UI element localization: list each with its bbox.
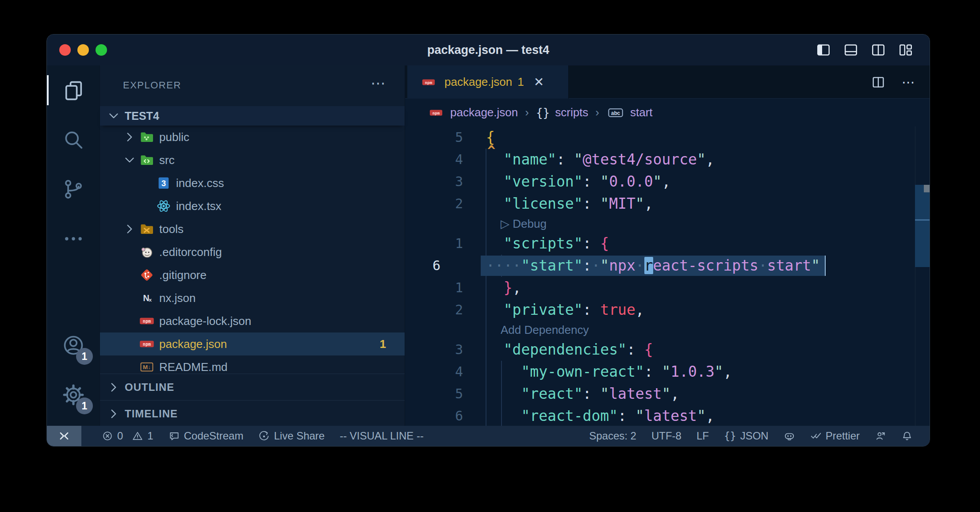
- explorer-more-actions-button[interactable]: ⋯: [371, 74, 387, 92]
- line-content: },: [486, 277, 521, 299]
- code-line-current[interactable]: 6····"start":·"npx·react-scripts·start": [405, 255, 930, 277]
- tab-dirty-badge: 1: [517, 75, 524, 89]
- breadcrumb-label: scripts: [555, 106, 588, 119]
- activity-accounts[interactable]: 1: [47, 321, 100, 370]
- status-label: Live Share: [274, 430, 325, 442]
- vscode-window: package.json — test4 11 EXPLORER ⋯ TEST4…: [46, 34, 930, 447]
- code-line[interactable]: 1 "scripts": {: [405, 233, 930, 255]
- status-notifications[interactable]: [901, 430, 913, 442]
- code-line[interactable]: 3 "dependencies": {: [405, 339, 930, 361]
- tree-item-readme-md[interactable]: M↓README.md: [100, 355, 405, 374]
- tree-item-src[interactable]: src: [100, 149, 405, 172]
- code-line[interactable]: 3 "version": "0.0.0",: [405, 171, 930, 193]
- line-number: 2: [405, 193, 486, 215]
- status-warning-count[interactable]: 1: [132, 430, 153, 442]
- chevron-spacer: [122, 336, 137, 352]
- status-encoding[interactable]: UTF-8: [651, 430, 681, 442]
- tree-item-index-css[interactable]: 3index.css: [100, 172, 405, 195]
- status-label: 0: [117, 430, 123, 442]
- codelens-link[interactable]: Add Dependency: [501, 323, 589, 336]
- tab-package-json[interactable]: npm package.json 1 ✕: [407, 65, 569, 99]
- toggle-sidebar-icon[interactable]: [815, 42, 831, 58]
- status-label: -- VISUAL LINE --: [340, 430, 424, 442]
- chevron-spacer: [139, 176, 154, 191]
- workbench: 11 EXPLORER ⋯ TEST4 publicsrc3index.cssi…: [47, 65, 930, 426]
- line-number: 2: [405, 299, 486, 321]
- code-line[interactable]: 6 "react-dom": "latest",: [405, 405, 930, 426]
- file-label: index.tsx: [176, 199, 222, 213]
- remote-indicator-button[interactable]: [47, 426, 81, 446]
- codelens-add-dependency: Add Dependency: [405, 321, 930, 339]
- status-indentation[interactable]: Spaces: 2: [589, 430, 636, 442]
- activity-settings[interactable]: 1: [47, 370, 100, 420]
- line-content: "react": "latest",: [486, 383, 679, 405]
- titlebar-layout-buttons: [815, 34, 914, 65]
- scrollbar-thumb[interactable]: [915, 185, 930, 267]
- activity-more[interactable]: [47, 214, 100, 264]
- close-tab-icon[interactable]: ✕: [534, 75, 544, 89]
- customize-layout-icon[interactable]: [898, 42, 914, 58]
- tree-item-package-json[interactable]: npmpackage.json1: [100, 332, 405, 355]
- line-content: "my-own-react": "1.0.3",: [486, 361, 732, 383]
- status-feedback[interactable]: [875, 430, 886, 442]
- status-label: LF: [697, 430, 709, 442]
- line-number: 6: [405, 255, 486, 277]
- file-label: src: [159, 153, 175, 167]
- codelens-link[interactable]: ▷ Debug: [501, 217, 547, 230]
- sidebar-panel-timeline[interactable]: TIMELINE: [100, 400, 405, 427]
- editor-more-actions-icon[interactable]: ⋯: [902, 74, 916, 90]
- activity-explorer[interactable]: [47, 65, 100, 115]
- code-line[interactable]: 5 "react": "latest",: [405, 383, 930, 405]
- tree-item--gitignore[interactable]: .gitignore: [100, 264, 405, 287]
- chevron-spacer: [122, 290, 137, 306]
- editor-scrollbar[interactable]: [915, 126, 930, 426]
- status-vim-mode[interactable]: -- VISUAL LINE --: [340, 430, 424, 442]
- breadcrumb-item-scripts[interactable]: {}scripts: [536, 106, 588, 119]
- split-editor-icon[interactable]: [871, 75, 886, 90]
- breadcrumb-item-package-json[interactable]: npmpackage.json: [427, 106, 518, 119]
- split-editor-layout-icon[interactable]: [870, 42, 886, 58]
- tree-item-nx-json[interactable]: Nxnx.json: [100, 287, 405, 309]
- code-line[interactable]: 2 "license": "MIT",: [405, 193, 930, 215]
- tree-item-tools[interactable]: tools: [100, 218, 405, 241]
- status-copilot[interactable]: [784, 430, 795, 442]
- react-icon: [156, 198, 172, 214]
- status-codestream[interactable]: CodeStream: [168, 430, 244, 442]
- file-label: public: [159, 130, 189, 144]
- chevron-spacer: [122, 359, 137, 374]
- code-line[interactable]: 4 "name": "@test4/source",: [405, 149, 930, 171]
- toggle-panel-icon[interactable]: [843, 42, 859, 58]
- tree-item--editorconfig[interactable]: .editorconfig: [100, 241, 405, 264]
- breadcrumb-item-start[interactable]: abcstart: [606, 106, 653, 119]
- code-editor[interactable]: 5{^4 "name": "@test4/source",3 "version"…: [405, 126, 930, 426]
- svg-text:x: x: [149, 297, 152, 303]
- code-line[interactable]: 2 "private": true,: [405, 299, 930, 321]
- nx-icon: Nx: [139, 290, 155, 306]
- svg-text:npm: npm: [143, 318, 151, 324]
- code-line[interactable]: 5{^: [405, 126, 930, 149]
- chevron-right-icon: [106, 380, 121, 395]
- workspace-section-header[interactable]: TEST4: [100, 106, 405, 126]
- tree-item-public[interactable]: public: [100, 126, 405, 149]
- line-content: "dependencies": {: [486, 339, 653, 361]
- badge: 1: [76, 397, 93, 414]
- status-language-mode[interactable]: {}JSON: [724, 430, 769, 442]
- sidebar-panel-outline[interactable]: OUTLINE: [100, 374, 405, 400]
- chevron-right-icon: [122, 222, 137, 237]
- status-error-count[interactable]: 0: [102, 430, 123, 442]
- status-bar: 01CodeStreamLive Share-- VISUAL LINE -- …: [47, 426, 930, 446]
- code-line[interactable]: 4 "my-own-react": "1.0.3",: [405, 361, 930, 383]
- line-content: "name": "@test4/source",: [486, 149, 715, 171]
- status-eol[interactable]: LF: [697, 430, 709, 442]
- chevron-spacer: [122, 267, 137, 283]
- tree-item-index-tsx[interactable]: index.tsx: [100, 195, 405, 218]
- code-line[interactable]: 1 },: [405, 277, 930, 299]
- status-prettier[interactable]: Prettier: [810, 430, 860, 442]
- status-live-share[interactable]: Live Share: [258, 430, 325, 442]
- activity-source-control[interactable]: [47, 164, 100, 214]
- activity-search[interactable]: [47, 115, 100, 164]
- tree-item-package-lock-json[interactable]: npmpackage-lock.json: [100, 309, 405, 332]
- folder-tools-icon: [139, 221, 155, 237]
- ellipsis-icon: [62, 227, 85, 250]
- error-icon: [102, 430, 113, 442]
